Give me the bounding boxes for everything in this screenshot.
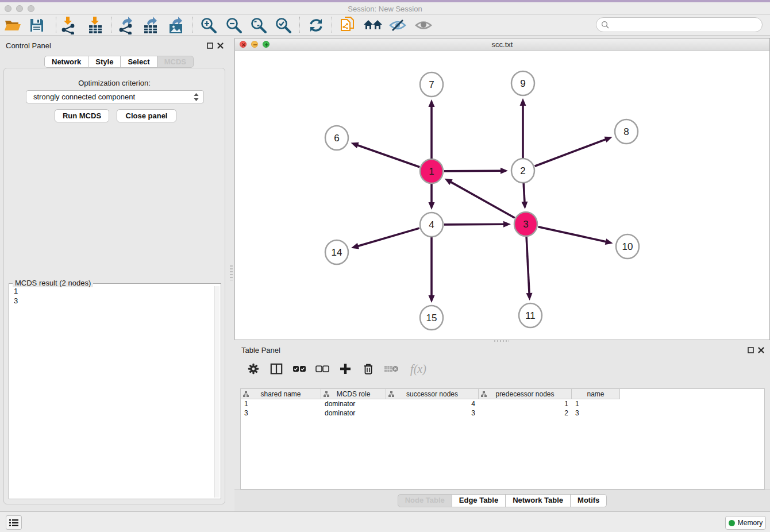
close-panel-icon[interactable] [217, 43, 224, 49]
app-title: Session: New Session [0, 5, 770, 13]
tab-select[interactable]: Select [121, 56, 157, 68]
trash-icon [363, 363, 374, 375]
app-titlebar: Session: New Session [0, 2, 770, 15]
first-neighbors-button[interactable] [363, 16, 383, 34]
control-panel: Control Panel Network Style Select MCDS … [0, 38, 229, 511]
save-session-button[interactable] [27, 16, 47, 34]
export-network-button[interactable] [116, 16, 136, 34]
result-scrollbar[interactable] [214, 286, 220, 498]
node-label: 7 [429, 79, 434, 90]
column-settings-button[interactable] [246, 361, 261, 376]
duplicate-network-button[interactable] [338, 16, 357, 34]
float-panel-icon[interactable] [207, 43, 213, 49]
node-label: 10 [622, 241, 633, 252]
float-table-panel-icon[interactable] [748, 347, 754, 353]
graph-edge[interactable] [450, 182, 515, 218]
tab-mcds[interactable]: MCDS [157, 56, 194, 68]
zoom-out-button[interactable] [224, 16, 244, 34]
checked-boxes-icon [292, 365, 306, 373]
cell-mcds-role: dominator [321, 399, 386, 408]
zoom-selected-button[interactable] [274, 16, 293, 34]
toolbar-separator [56, 17, 56, 33]
add-column-button[interactable] [338, 361, 353, 376]
import-network-button[interactable] [59, 16, 78, 34]
import-table-button[interactable] [86, 16, 105, 34]
control-panel-tabs: Network Style Select MCDS [44, 56, 194, 68]
show-task-history-button[interactable] [6, 515, 22, 530]
node-label: 6 [334, 133, 339, 144]
mcds-result-list[interactable]: 1 3 [10, 286, 214, 498]
network-graph[interactable]: 7968124314101511 [235, 51, 769, 340]
select-all-button[interactable] [292, 361, 307, 376]
houses-icon [363, 18, 383, 33]
function-fx-label: f(x) [410, 363, 426, 376]
zoom-in-button[interactable] [199, 16, 218, 34]
cell-shared-name: 3 [241, 408, 321, 418]
delete-columns-button[interactable] [361, 361, 376, 376]
graph-edge[interactable] [444, 224, 505, 225]
tab-node-table[interactable]: Node Table [398, 494, 452, 507]
table-tabs: Node Table Edge Table Network Table Moti… [398, 494, 607, 507]
deselect-all-button[interactable] [315, 361, 330, 376]
main-toolbar [0, 15, 770, 36]
tab-style[interactable]: Style [88, 56, 121, 68]
close-panel-button[interactable]: Close panel [117, 109, 176, 122]
table-row[interactable]: 3 dominator 3 2 3 [241, 408, 764, 418]
run-mcds-button[interactable]: Run MCDS [55, 109, 109, 122]
delete-table-button[interactable] [384, 361, 399, 376]
column-header-label: predecessor nodes [495, 390, 554, 398]
export-image-icon [167, 16, 184, 34]
tab-network-table[interactable]: Network Table [506, 494, 571, 507]
gear-icon [247, 363, 260, 375]
export-image-button[interactable] [166, 16, 186, 34]
edge-arrowhead [605, 238, 613, 245]
graph-edge[interactable] [538, 227, 606, 242]
graph-edge[interactable] [357, 228, 419, 246]
edge-arrowhead [429, 202, 435, 210]
floppy-disk-icon [29, 18, 44, 33]
apply-layout-button[interactable] [306, 16, 326, 34]
tab-motifs[interactable]: Motifs [571, 494, 607, 507]
cell-shared-name: 1 [241, 399, 321, 408]
mcds-panel: Optimization criterion: strongly connect… [3, 68, 225, 504]
close-table-panel-icon[interactable] [758, 347, 764, 353]
table-tabs-bar: Node Table Edge Table Network Table Moti… [234, 489, 770, 511]
cell-predecessor-nodes: 2 [479, 408, 572, 418]
tab-edge-table[interactable]: Edge Table [452, 494, 506, 507]
node-table[interactable]: shared name MCDS role successor nodes pr… [240, 388, 765, 489]
split-view-button[interactable] [269, 361, 284, 376]
graph-edge[interactable] [357, 145, 419, 167]
export-table-icon [142, 16, 159, 34]
plus-icon [340, 363, 351, 375]
selected-option-label: strongly connected component [33, 92, 194, 101]
memory-button[interactable]: Memory [725, 516, 766, 530]
optimization-criterion-select[interactable]: strongly connected component [26, 90, 204, 103]
birds-eye-view-button[interactable] [414, 16, 433, 34]
cell-name: 1 [572, 399, 620, 408]
graph-edge[interactable] [535, 139, 607, 166]
graph-edge[interactable] [523, 183, 525, 203]
node-label: 2 [520, 165, 525, 176]
export-table-button[interactable] [141, 16, 160, 34]
column-header-name[interactable]: name [572, 389, 620, 399]
search-input[interactable] [611, 21, 762, 29]
search-field[interactable] [596, 17, 763, 32]
tab-network[interactable]: Network [44, 56, 88, 68]
apply-function-button[interactable]: f(x) [407, 361, 430, 376]
table-row[interactable]: 1 dominator 4 1 1 [241, 399, 764, 408]
vertical-splitter-handle[interactable] [230, 265, 233, 280]
column-header-mcds-role[interactable]: MCDS role [321, 389, 386, 399]
edge-arrowhead [520, 98, 526, 106]
zoom-in-icon [200, 17, 217, 34]
delete-table-icon [384, 364, 399, 373]
column-header-shared-name[interactable]: shared name [241, 389, 321, 399]
zoom-fit-button[interactable] [249, 16, 268, 34]
toolbar-separator [299, 17, 300, 33]
open-session-button[interactable] [3, 16, 22, 34]
column-header-predecessor-nodes[interactable]: predecessor nodes [479, 389, 572, 399]
network-window-titlebar[interactable]: scc.txt [235, 38, 769, 51]
graph-edge[interactable] [526, 237, 529, 294]
hide-graphics-details-button[interactable] [388, 16, 407, 34]
column-header-successor-nodes[interactable]: successor nodes [386, 389, 479, 399]
graph-edge[interactable] [444, 171, 502, 171]
